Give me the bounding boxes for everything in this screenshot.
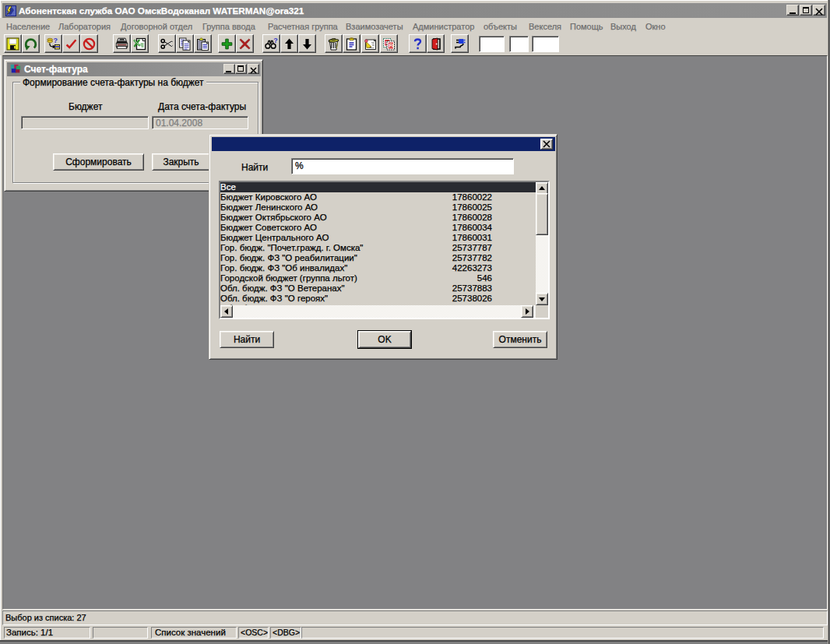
svg-text:?: ? [273, 37, 278, 44]
svg-text:?: ? [54, 37, 58, 44]
svg-text:FI: FI [389, 43, 393, 48]
